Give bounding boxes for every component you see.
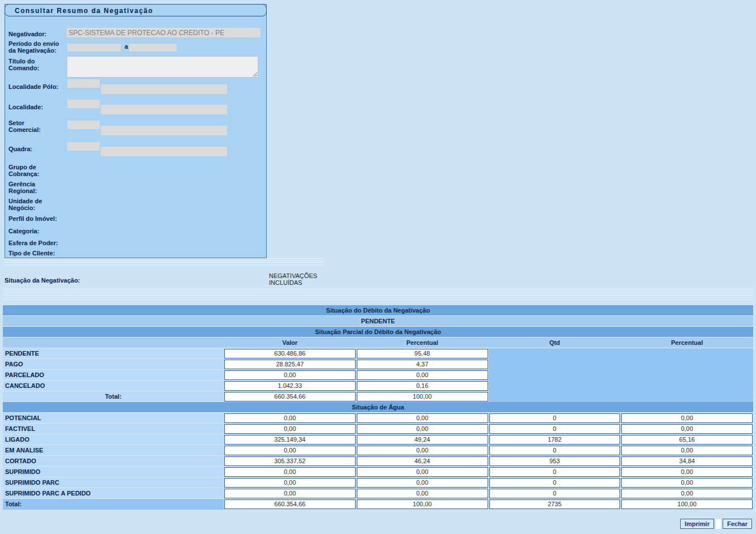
percentual-cell: 0,16 bbox=[357, 381, 488, 391]
separator-line bbox=[3, 293, 753, 296]
titulo-comando-textarea[interactable] bbox=[67, 56, 258, 78]
total-label-cell: Total: bbox=[3, 391, 224, 402]
agua-section-header: Situação de Água bbox=[3, 402, 753, 413]
localidade-polo-code-input[interactable] bbox=[67, 79, 100, 88]
valor-cell: 0,00 bbox=[224, 413, 356, 423]
column-header-row: Valor Percentual Qtd Percentual bbox=[3, 338, 753, 348]
partial-total-row: Total: 660.354,66 100,00 bbox=[3, 391, 753, 402]
valor-cell: 1.042,33 bbox=[224, 381, 356, 391]
percentual-cell: 0,00 bbox=[357, 424, 488, 434]
setor-comercial-label: Setor Comercial: bbox=[8, 119, 48, 133]
periodo-fim-input[interactable] bbox=[129, 44, 177, 52]
percentual-cell: 4,37 bbox=[357, 360, 488, 369]
row-label-cell: SUPRIMIDO PARC bbox=[3, 477, 224, 488]
row-label-cell: CORTADO bbox=[3, 456, 224, 467]
qtd-percentual-column-header: Percentual bbox=[621, 338, 753, 348]
table-row: CORTADO 305.337,52 46,24 953 34,84 bbox=[3, 456, 753, 467]
row-label-cell: CANCELADO bbox=[3, 381, 224, 391]
valor-cell: 630.486,86 bbox=[224, 349, 356, 358]
imprimir-button[interactable]: Imprimir bbox=[680, 519, 714, 529]
fechar-button[interactable]: Fechar bbox=[723, 519, 752, 529]
button-spacer bbox=[716, 519, 721, 529]
table-row: SUPRIMIDO PARC A PEDIDO 0,00 0,00 0 0,00 bbox=[3, 488, 753, 499]
percentual-cell: 49,24 bbox=[357, 435, 488, 445]
qtd-cell: 953 bbox=[489, 456, 621, 466]
empty-merged-cell bbox=[489, 391, 754, 402]
partial-section-header: Situação Parcial do Débito da Negativaçã… bbox=[3, 327, 753, 338]
total-qtd-cell: 2735 bbox=[489, 499, 621, 509]
localidade-code-input[interactable] bbox=[67, 100, 100, 108]
localidade-polo-label: Localidade Pólo: bbox=[8, 83, 71, 90]
row-label-cell: POTENCIAL bbox=[3, 413, 224, 424]
page: { "panel": { "title": "Consultar Resumo … bbox=[0, 0, 756, 534]
total-label-cell: Total: bbox=[3, 499, 224, 510]
valor-cell: 0,00 bbox=[224, 446, 356, 455]
grupo-cobranca-label: Grupo de Cobrança: bbox=[8, 164, 51, 177]
action-bar: Imprimir Fechar bbox=[680, 519, 752, 529]
localidade-desc-input[interactable] bbox=[101, 105, 227, 114]
valor-cell: 0,00 bbox=[224, 467, 356, 477]
table-row: PAGO 28.825,47 4,37 bbox=[3, 359, 753, 370]
empty-merged-cell bbox=[489, 359, 754, 370]
consultar-resumo-panel: Consultar Resumo da Negativação Negativa… bbox=[5, 4, 267, 258]
table-row: EM ANALISE 0,00 0,00 0 0,00 bbox=[3, 445, 753, 456]
qtd-cell: 1782 bbox=[489, 435, 621, 445]
qtd-percentual-cell: 0,00 bbox=[621, 489, 753, 498]
qtd-cell: 0 bbox=[489, 446, 621, 455]
percentual-cell: 0,00 bbox=[357, 370, 488, 380]
row-label-cell: SUPRIMIDO PARC A PEDIDO bbox=[3, 488, 224, 499]
valor-cell: 28.825,47 bbox=[224, 360, 356, 369]
valor-cell: 0,00 bbox=[224, 489, 356, 498]
quadra-desc-input[interactable] bbox=[101, 147, 227, 156]
total-valor-cell: 660.354,66 bbox=[224, 499, 356, 509]
percentual-column-header: Percentual bbox=[356, 338, 489, 348]
situacao-negativacao-value: NEGATIVAÇÕES INCLUÍDAS bbox=[269, 272, 328, 286]
total-qtd-percentual-cell: 100,00 bbox=[621, 499, 753, 509]
setor-comercial-code-input[interactable] bbox=[67, 121, 100, 129]
qtd-cell: 0 bbox=[489, 413, 621, 423]
negativador-input[interactable] bbox=[67, 28, 260, 37]
qtd-cell: 0 bbox=[489, 489, 621, 498]
qtd-cell: 0 bbox=[489, 424, 621, 434]
empty-merged-cell bbox=[489, 348, 754, 359]
qtd-percentual-cell: 34,84 bbox=[621, 456, 753, 466]
valor-cell: 0,00 bbox=[224, 424, 356, 434]
table-row: CANCELADO 1.042,33 0,16 bbox=[3, 381, 753, 391]
percentual-cell: 0,00 bbox=[357, 489, 488, 498]
quadra-code-input[interactable] bbox=[67, 142, 100, 151]
valor-cell: 0,00 bbox=[224, 370, 356, 380]
periodo-inicio-input[interactable] bbox=[67, 44, 121, 52]
valor-cell: 305.337,52 bbox=[224, 456, 356, 466]
qtd-percentual-cell: 65,16 bbox=[621, 435, 753, 445]
table-row: SUPRIMIDO PARC 0,00 0,00 0 0,00 bbox=[3, 477, 753, 488]
row-label-cell: SUPRIMIDO bbox=[3, 467, 224, 477]
qtd-percentual-cell: 0,00 bbox=[621, 424, 753, 434]
setor-comercial-desc-input[interactable] bbox=[101, 126, 227, 135]
situacao-negativacao-label: Situação da Negativação: bbox=[5, 277, 80, 284]
separator-line bbox=[5, 262, 323, 265]
percentual-cell: 0,00 bbox=[357, 467, 488, 477]
valor-cell: 325.149,34 bbox=[224, 435, 356, 445]
table-row: PENDENTE 630.486,86 95,48 bbox=[3, 348, 753, 359]
empty-merged-cell bbox=[489, 370, 754, 381]
qtd-percentual-cell: 0,00 bbox=[621, 413, 753, 423]
localidade-label: Localidade: bbox=[8, 104, 71, 110]
qtd-cell: 0 bbox=[489, 478, 621, 488]
debit-situation-table: Situação do Débito da Negativação PENDEN… bbox=[3, 305, 753, 510]
empty-merged-cell bbox=[489, 381, 754, 391]
total-valor-cell: 660.354,66 bbox=[224, 392, 356, 401]
qtd-percentual-cell: 0,00 bbox=[621, 467, 753, 477]
table-row: POTENCIAL 0,00 0,00 0 0,00 bbox=[3, 413, 753, 424]
negativador-label: Negativador: bbox=[8, 31, 71, 37]
row-label-cell: LIGADO bbox=[3, 434, 224, 445]
table-row: LIGADO 325.149,34 49,24 1782 65,16 bbox=[3, 434, 753, 445]
total-percentual-cell: 100,00 bbox=[357, 392, 488, 401]
separator-line bbox=[5, 258, 323, 261]
gerencia-regional-label: Gerência Regional: bbox=[8, 181, 48, 194]
perfil-imovel-label: Perfil do Imóvel: bbox=[8, 215, 76, 222]
table-row: FACTIVEL 0,00 0,00 0 0,00 bbox=[3, 424, 753, 434]
table-row: SUPRIMIDO 0,00 0,00 0 0,00 bbox=[3, 467, 753, 477]
periodo-envio-label: Período do envio da Negativação: bbox=[8, 40, 67, 54]
localidade-polo-desc-input[interactable] bbox=[101, 84, 227, 94]
tipo-cliente-label: Tipo de Cliente: bbox=[8, 250, 76, 257]
